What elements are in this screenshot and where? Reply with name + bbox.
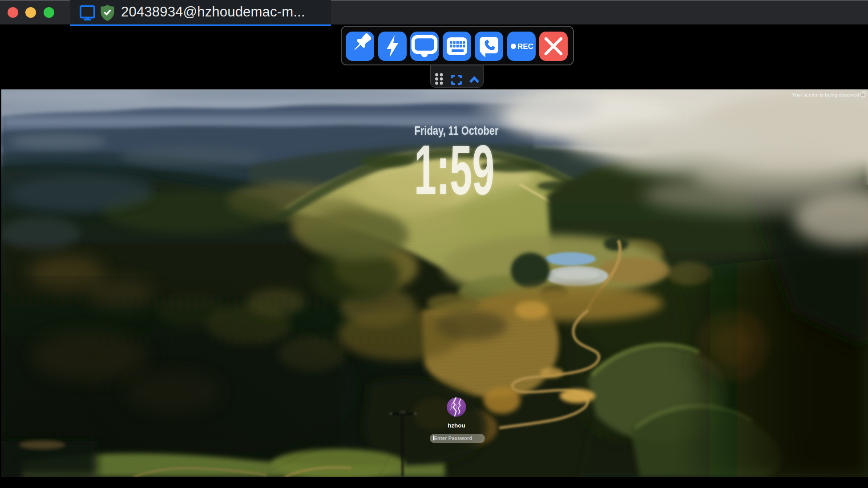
svg-text:REC: REC bbox=[517, 42, 533, 51]
